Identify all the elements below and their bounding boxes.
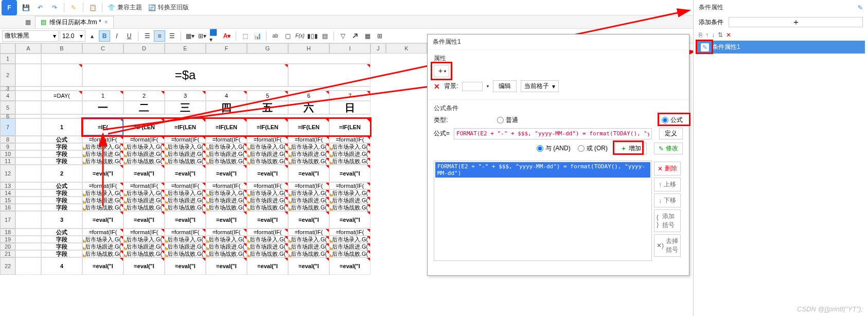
cell[interactable]: 后市场战败.G(	[288, 157, 329, 165]
row-7[interactable]: 7	[0, 118, 15, 136]
cell[interactable]: =format(IF(	[165, 229, 206, 236]
size-select[interactable]: 12.0▾	[60, 30, 85, 42]
cell[interactable]: =IF(LEN	[123, 118, 165, 136]
border-icon[interactable]: ▦▾	[184, 30, 196, 42]
cell[interactable]: =eval("I	[329, 257, 370, 275]
cell[interactable]: =eval("I	[206, 165, 247, 182]
undo-icon[interactable]: ↶	[34, 2, 46, 14]
cell[interactable]: 4	[206, 91, 247, 101]
row-5[interactable]: 5	[0, 101, 15, 114]
cell[interactable]: 后市场跟进.G(	[165, 150, 206, 157]
cell[interactable]: =format(IF(	[329, 182, 370, 189]
cell[interactable]	[15, 250, 41, 257]
cell[interactable]: =eval("I	[329, 211, 370, 229]
save-icon[interactable]: 💾	[20, 2, 32, 14]
cell[interactable]: 二	[123, 101, 165, 114]
cell[interactable]: 7	[329, 91, 370, 101]
cell[interactable]: 后市场战败.G(	[206, 204, 247, 211]
align-left-icon[interactable]: ☰	[141, 30, 153, 42]
edit-item-icon[interactable]: ✎	[701, 43, 709, 51]
cell[interactable]: 五	[247, 101, 288, 114]
row-12[interactable]: 12	[0, 165, 15, 182]
row-1[interactable]: 1	[0, 54, 15, 64]
chart-icon[interactable]: 📊	[252, 30, 263, 42]
cell[interactable]: 后市场跟进.G(	[288, 150, 329, 157]
remove-paren-button[interactable]: ✕)去掉括号	[654, 234, 681, 257]
select-all[interactable]	[0, 43, 15, 54]
scope-select[interactable]: 当前格子▾	[521, 80, 559, 92]
row-14[interactable]: 14	[0, 189, 15, 197]
condition-item[interactable]: FORMAT(E2 + "-" + $$$, "yyyy-MM-dd") = f…	[435, 162, 650, 178]
cell[interactable]: 后市场录入.G(	[329, 189, 370, 197]
cell[interactable]	[15, 143, 41, 150]
cell[interactable]: 后市场录入.G(	[206, 189, 247, 197]
cell[interactable]: =eval("I	[123, 211, 165, 229]
cell[interactable]: 后市场录入.G(	[165, 143, 206, 150]
cell[interactable]	[15, 211, 41, 229]
cell[interactable]: 后市场跟进.G(	[329, 150, 370, 157]
bgcolor-icon[interactable]: 🟦▾	[209, 30, 220, 42]
cell[interactable]: =format(IF(	[288, 136, 329, 143]
cell[interactable]	[15, 64, 41, 86]
cell[interactable]: 后市场跟进.G(	[206, 243, 247, 250]
cell[interactable]: 后市场录入.G(	[82, 236, 123, 243]
font-select[interactable]: 微软雅黑▾	[2, 30, 59, 42]
cell[interactable]: 后市场录入.G(	[206, 143, 247, 150]
cell[interactable]: 后市场录入.G(	[247, 189, 288, 197]
cell[interactable]: 后市场战败.G(	[247, 204, 288, 211]
cell[interactable]	[15, 114, 41, 118]
cell[interactable]: =format(IF(	[329, 136, 370, 143]
cell[interactable]: 字段	[41, 157, 82, 165]
underline-button[interactable]: U	[123, 30, 135, 42]
type-normal-radio[interactable]: 普通	[497, 116, 518, 125]
cell[interactable]: 1	[41, 118, 82, 136]
cell[interactable]: 后市场录入.G(	[123, 189, 165, 197]
cell[interactable]: =eval("I	[288, 257, 329, 275]
cell[interactable]	[15, 91, 41, 101]
cell[interactable]: =format(IF(	[247, 229, 288, 236]
cell[interactable]: 字段	[41, 204, 82, 211]
row-4[interactable]: 4	[0, 91, 15, 101]
cell[interactable]	[15, 189, 41, 197]
cell[interactable]: 后市场战败.G(	[123, 204, 165, 211]
cell[interactable]: 后市场战败.G(	[206, 157, 247, 165]
cell[interactable]: 6	[288, 91, 329, 101]
file-tab[interactable]: ▤ 维保日历副本.frm * ×	[35, 16, 114, 28]
cell[interactable]	[15, 243, 41, 250]
cell[interactable]	[15, 182, 41, 189]
cell[interactable]: =eval("I	[165, 165, 206, 182]
col-H[interactable]: H	[288, 43, 329, 54]
cell[interactable]: 字段	[41, 197, 82, 204]
cell[interactable]: 后市场战败.G(	[165, 250, 206, 257]
cell[interactable]: =format(IF(	[206, 182, 247, 189]
cell[interactable]: 3	[165, 91, 206, 101]
delete-icon[interactable]: ✕	[726, 31, 731, 39]
row-21[interactable]: 21	[0, 250, 15, 257]
cell[interactable]: =IF(LEN	[288, 118, 329, 136]
down-icon[interactable]: ↓	[712, 31, 715, 39]
cell[interactable]: 后市场战败.G(	[82, 250, 123, 257]
close-icon[interactable]: ×	[104, 19, 108, 26]
cell[interactable]: 后市场战败.G(	[329, 157, 370, 165]
row-11[interactable]: 11	[0, 157, 15, 165]
cell[interactable]: 字段	[41, 143, 82, 150]
cell[interactable]: 后市场录入.G(	[123, 236, 165, 243]
bold-button[interactable]: B	[99, 30, 110, 42]
cell[interactable]: 后市场战败.G(	[247, 157, 288, 165]
cell[interactable]: 后市场跟进.G(	[165, 243, 206, 250]
cell[interactable]: =eval("I	[247, 211, 288, 229]
row-8[interactable]: 8	[0, 136, 15, 143]
cell[interactable]: =eval("I	[165, 257, 206, 275]
cell[interactable]: =eval("I	[247, 165, 288, 182]
cell[interactable]	[15, 204, 41, 211]
bg-color-swatch[interactable]	[462, 82, 483, 91]
add-cond-button[interactable]: ＋增加	[615, 143, 647, 154]
size-up-icon[interactable]: ▴	[86, 30, 98, 42]
cell[interactable]: =format(IF(	[165, 182, 206, 189]
filter-icon[interactable]: ▽	[337, 30, 348, 42]
cell[interactable]: 后市场录入.G(	[165, 236, 206, 243]
row-19[interactable]: 19	[0, 236, 15, 243]
define-button[interactable]: 定义	[659, 128, 683, 139]
cell[interactable]: =eval("I	[206, 211, 247, 229]
or-radio[interactable]: 或 (OR)	[578, 144, 608, 153]
